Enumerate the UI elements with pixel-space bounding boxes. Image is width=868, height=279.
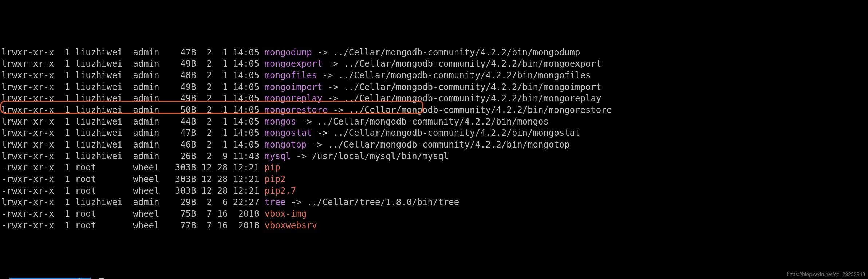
link-count: 1 <box>54 209 70 219</box>
file-size: 75B <box>159 209 196 219</box>
permissions: -rwxr-xr-x <box>1 186 54 196</box>
owner: liuzhiwei <box>70 128 123 138</box>
file-row: -rwxr-xr-x 1 root wheel 75B 7 16 2018 vb… <box>1 208 867 220</box>
group: admin <box>122 70 159 80</box>
owner: liuzhiwei <box>70 197 123 207</box>
file-name: mongostat <box>265 128 312 138</box>
symlink-arrow-icon: -> <box>328 93 338 103</box>
permissions: lrwxr-xr-x <box>1 140 54 150</box>
month: 2 <box>196 140 212 150</box>
month: 2 <box>196 197 212 207</box>
symlink-target: ../Cellar/tree/1.8.0/bin/tree <box>307 197 459 207</box>
month: 2 <box>196 59 212 69</box>
month: 12 <box>196 174 212 184</box>
file-name: mongorestore <box>265 105 328 115</box>
symlink-arrow-icon: -> <box>317 128 328 138</box>
symlink-target: ../Cellar/mongodb-community/4.2.2/bin/mo… <box>338 70 591 80</box>
prompt-row[interactable]: → /usr/local/bin❯ <box>1 278 867 279</box>
time: 11:43 <box>228 151 259 161</box>
file-row: lrwxr-xr-x 1 liuzhiwei admin 29B 2 6 22:… <box>1 197 867 208</box>
month: 2 <box>196 82 212 92</box>
permissions: lrwxr-xr-x <box>1 93 54 103</box>
owner: liuzhiwei <box>70 140 123 150</box>
link-count: 1 <box>54 140 70 150</box>
link-count: 1 <box>54 105 70 115</box>
day: 1 <box>212 70 228 80</box>
symlink-arrow-icon: -> <box>312 140 323 150</box>
time: 12:21 <box>228 186 259 196</box>
file-name: vbox-img <box>265 209 307 219</box>
permissions: lrwxr-xr-x <box>1 117 54 127</box>
owner: liuzhiwei <box>70 47 123 58</box>
file-name: mongos <box>265 117 296 127</box>
day: 1 <box>212 59 228 69</box>
file-row: -rwxr-xr-x 1 root wheel 303B 12 28 12:21… <box>1 174 867 185</box>
link-count: 1 <box>54 117 70 127</box>
month: 2 <box>196 128 212 138</box>
file-size: 303B <box>159 186 196 196</box>
permissions: lrwxr-xr-x <box>1 105 54 115</box>
symlink-arrow-icon: -> <box>323 70 333 80</box>
group: wheel <box>122 162 159 173</box>
watermark-text: https://blog.csdn.net/qq_29232943 <box>787 271 865 278</box>
file-row: -rwxr-xr-x 1 root wheel 303B 12 28 12:21… <box>1 185 867 197</box>
link-count: 1 <box>54 174 70 184</box>
month: 12 <box>196 186 212 196</box>
group: admin <box>122 128 159 138</box>
symlink-target: ../Cellar/mongodb-community/4.2.2/bin/mo… <box>349 105 612 115</box>
symlink-target: ../Cellar/mongodb-community/4.2.2/bin/mo… <box>333 128 580 138</box>
owner: liuzhiwei <box>70 117 123 127</box>
file-row: lrwxr-xr-x 1 liuzhiwei admin 48B 2 1 14:… <box>1 70 867 82</box>
link-count: 1 <box>54 82 70 92</box>
permissions: lrwxr-xr-x <box>1 151 54 161</box>
prompt-path: /usr/local/bin <box>9 278 90 279</box>
file-name: mongodump <box>265 47 312 58</box>
permissions: -rwxr-xr-x <box>1 209 54 219</box>
terminal-output[interactable]: lrwxr-xr-x 1 liuzhiwei admin 47B 2 1 14:… <box>1 47 867 232</box>
link-count: 1 <box>54 151 70 161</box>
time: 14:05 <box>228 59 259 69</box>
file-size: 303B <box>159 174 196 184</box>
group: admin <box>122 105 159 115</box>
symlink-arrow-icon: -> <box>328 82 338 92</box>
file-size: 47B <box>159 47 196 58</box>
time: 14:05 <box>228 128 259 138</box>
symlink-target: /usr/local/mysql/bin/mysql <box>312 151 449 161</box>
owner: root <box>70 174 123 184</box>
month: 12 <box>196 162 212 173</box>
group: admin <box>122 82 159 92</box>
file-name: vboxwebsrv <box>265 220 317 231</box>
file-size: 303B <box>159 162 196 173</box>
link-count: 1 <box>54 220 70 231</box>
symlink-arrow-icon: -> <box>317 47 328 58</box>
time: 14:05 <box>228 82 259 92</box>
group: admin <box>122 117 159 127</box>
group: wheel <box>122 186 159 196</box>
time: 14:05 <box>228 93 259 103</box>
file-row: lrwxr-xr-x 1 liuzhiwei admin 46B 2 1 14:… <box>1 139 867 151</box>
file-size: 49B <box>159 59 196 69</box>
group: admin <box>122 197 159 207</box>
permissions: lrwxr-xr-x <box>1 59 54 69</box>
day: 1 <box>212 128 228 138</box>
file-name: mongoreplay <box>265 93 323 103</box>
permissions: lrwxr-xr-x <box>1 82 54 92</box>
time: 14:05 <box>228 140 259 150</box>
time: 14:05 <box>228 117 259 127</box>
permissions: -rwxr-xr-x <box>1 162 54 173</box>
month: 2 <box>196 117 212 127</box>
file-name: tree <box>265 197 286 207</box>
file-size: 26B <box>159 151 196 161</box>
file-name: mysql <box>265 151 291 161</box>
file-size: 48B <box>159 70 196 80</box>
time: 2018 <box>228 209 259 219</box>
symlink-target: ../Cellar/mongodb-community/4.2.2/bin/mo… <box>317 117 549 127</box>
day: 9 <box>212 151 228 161</box>
owner: liuzhiwei <box>70 59 123 69</box>
month: 2 <box>196 47 212 58</box>
time: 2018 <box>228 220 259 231</box>
link-count: 1 <box>54 186 70 196</box>
owner: root <box>70 220 123 231</box>
day: 28 <box>212 186 228 196</box>
permissions: lrwxr-xr-x <box>1 47 54 58</box>
